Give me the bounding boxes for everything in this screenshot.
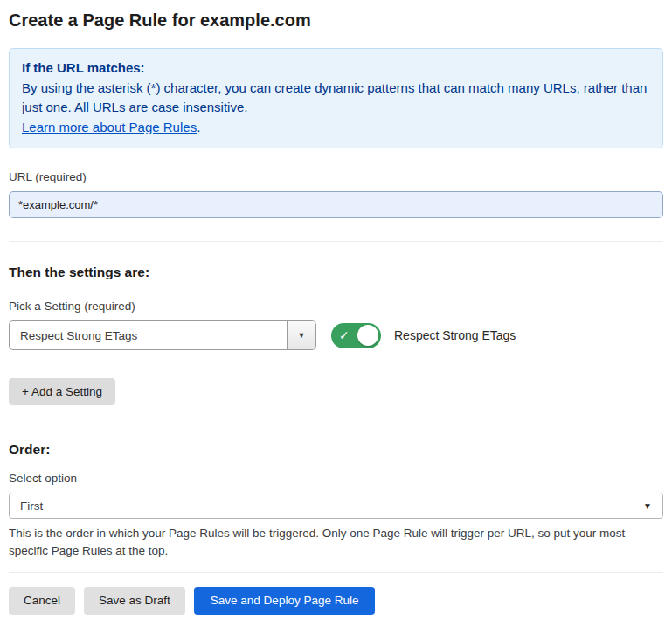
order-section-title: Order: (9, 442, 663, 458)
footer-actions: Cancel Save as Draft Save and Deploy Pag… (9, 587, 663, 615)
order-select-label: Select option (9, 472, 663, 485)
footer-divider (9, 572, 663, 573)
setting-row: Respect Strong ETags ▼ ✓ Respect Strong … (9, 320, 663, 350)
url-input[interactable] (9, 191, 663, 218)
add-setting-button[interactable]: + Add a Setting (9, 378, 115, 405)
learn-more-link[interactable]: Learn more about Page Rules (22, 120, 197, 134)
page-title: Create a Page Rule for example.com (9, 10, 663, 31)
info-box-link-line: Learn more about Page Rules. (22, 118, 650, 138)
info-box-heading: If the URL matches: (22, 59, 650, 79)
setting-select[interactable]: Respect Strong ETags ▼ (9, 320, 316, 350)
chevron-down-icon: ▼ (643, 501, 652, 511)
link-period: . (197, 120, 200, 134)
setting-toggle[interactable]: ✓ (331, 323, 381, 348)
order-select[interactable]: First ▼ (9, 493, 663, 519)
page-rule-form: Create a Page Rule for example.com If th… (0, 0, 672, 615)
settings-section-title: Then the settings are: (9, 265, 663, 280)
save-draft-button[interactable]: Save as Draft (84, 587, 185, 615)
setting-select-value: Respect Strong ETags (10, 321, 287, 349)
setting-toggle-label: Respect Strong ETags (394, 328, 516, 342)
order-select-value: First (20, 500, 643, 513)
chevron-down-icon[interactable]: ▼ (287, 321, 315, 349)
toggle-knob (357, 325, 378, 346)
section-divider (9, 241, 663, 242)
check-icon: ✓ (339, 329, 350, 341)
pick-setting-label: Pick a Setting (required) (9, 300, 663, 313)
info-box-body: By using the asterisk (*) character, you… (22, 79, 650, 118)
save-deploy-button[interactable]: Save and Deploy Page Rule (194, 587, 376, 615)
url-field-label: URL (required) (9, 170, 663, 183)
order-help-text: This is the order in which your Page Rul… (9, 525, 663, 561)
url-match-info-box: If the URL matches: By using the asteris… (9, 48, 663, 148)
cancel-button[interactable]: Cancel (9, 587, 75, 615)
